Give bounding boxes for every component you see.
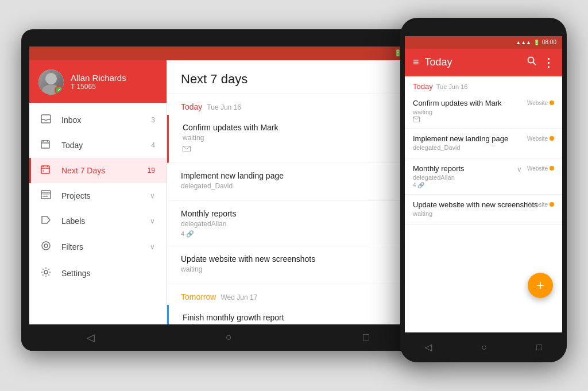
sidebar-header: Allan Richards T 15065 [29, 60, 167, 103]
phone-date: Tue Jun 16 [436, 83, 468, 90]
sidebar-item-inbox-badge: 3 [151, 116, 155, 124]
task-item[interactable]: Monthly reports delegatedAllan 4 🔗 [167, 201, 427, 246]
phone-status-bar: ▲▲▲ 🔋 08:00 [405, 36, 562, 49]
phone-task-item[interactable]: Confirm updates with Mark waiting Websit… [405, 93, 562, 129]
today-label: Today [181, 102, 202, 111]
home-button[interactable]: ○ [226, 331, 232, 343]
phone-section-header: Today Tue Jun 16 [405, 76, 562, 93]
phone-task-badge: Website [527, 136, 554, 142]
sidebar-item-settings-label: Settings [61, 269, 155, 278]
sidebar-item-projects[interactable]: Projects ∨ [29, 183, 167, 208]
badge-label: Website [527, 100, 548, 106]
phone-task-badge: Website [527, 202, 554, 208]
today-date: Tue Jun 16 [207, 103, 241, 111]
task-item[interactable]: Finish monthly growth report 4 🔗 [167, 305, 427, 324]
main-header: Next 7 days [167, 60, 427, 94]
avatar-badge [55, 86, 64, 95]
badge-label: Website [527, 202, 548, 208]
search-icon[interactable] [527, 56, 537, 69]
active-indicator [29, 158, 31, 183]
phone-toolbar-title: Today [425, 56, 521, 68]
orange-dot [550, 202, 554, 207]
labels-chevron-icon: ∨ [150, 217, 155, 225]
phone-task-icons: 4 🔗 [413, 182, 554, 188]
sidebar-item-today-label: Today [61, 141, 151, 150]
labels-icon [41, 215, 53, 227]
tablet-status-bar: 🔋 08:00 [29, 47, 427, 60]
user-id: T 15065 [71, 83, 126, 91]
tablet-bottom-nav: ◁ ○ □ [21, 324, 435, 351]
tomorrow-label: Tomorrow [181, 292, 216, 301]
projects-chevron-icon: ∨ [150, 192, 155, 200]
recent-button[interactable]: □ [536, 342, 542, 353]
svg-rect-5 [41, 141, 49, 148]
svg-point-19 [44, 244, 48, 247]
sidebar-item-today-badge: 4 [151, 141, 155, 149]
svg-rect-2 [41, 115, 51, 123]
sidebar-item-next7days[interactable]: 7 Next 7 Days 19 [29, 158, 167, 183]
phone-task-item[interactable]: Implement new landing page delegated_Dav… [405, 129, 562, 158]
phone-task-meta: delegated_David [413, 144, 554, 151]
inbox-icon [41, 114, 53, 126]
sidebar-item-next7days-label: Next 7 Days [61, 166, 148, 175]
sidebar-item-projects-label: Projects [61, 191, 148, 200]
task-item[interactable]: Implement new landing page delegated_Dav… [167, 163, 427, 201]
phone-task-icons [413, 117, 554, 122]
task-count: 4 🔗 [181, 230, 413, 238]
phone-task-badge: Website [527, 165, 554, 172]
task-title: Update website with new screenshots [181, 254, 413, 264]
more-options-icon[interactable]: ⋮ [543, 56, 554, 69]
hamburger-menu-icon[interactable]: ≡ [413, 56, 419, 68]
task-item[interactable]: Update website with new screenshots wait… [167, 246, 427, 284]
task-meta: waiting [183, 134, 413, 142]
sidebar-nav: Inbox 3 Today 4 [29, 103, 167, 324]
filters-chevron-icon: ∨ [150, 243, 155, 251]
phone-battery-icon: 🔋 [533, 40, 540, 45]
tablet-content: Allan Richards T 15065 Inbox 3 [29, 60, 427, 324]
recent-button[interactable]: □ [363, 331, 369, 343]
sidebar-item-today[interactable]: Today 4 [29, 133, 167, 158]
main-content: Next 7 days Today Tue Jun 16 Confirm upd… [167, 60, 427, 324]
sidebar-item-settings[interactable]: Settings [29, 260, 167, 287]
filters-icon [41, 241, 53, 253]
section-today-header: Today Tue Jun 16 [167, 94, 427, 115]
phone-today-label: Today [413, 82, 433, 91]
fab-button[interactable]: + [528, 273, 553, 298]
sidebar-item-inbox[interactable]: Inbox 3 [29, 107, 167, 133]
task-item[interactable]: Confirm updates with Mark waiting [167, 115, 427, 163]
scene: 🔋 08:00 [21, 18, 567, 374]
svg-point-18 [42, 242, 50, 250]
next7days-icon: 7 [41, 165, 53, 176]
settings-icon [41, 267, 53, 280]
phone-task-badge: Website [527, 100, 554, 106]
badge-label: Website [527, 136, 548, 142]
task-title: Confirm updates with Mark [183, 123, 413, 132]
phone-task-item[interactable]: Monthly reports delegatedAllan 4 🔗 Websi… [405, 158, 562, 195]
svg-point-22 [528, 57, 534, 63]
phone-task-item[interactable]: Update website with new screenshots wait… [405, 195, 562, 224]
tablet-screen: 🔋 08:00 [29, 47, 427, 324]
user-name: Allan Richards [71, 73, 126, 83]
signal-icon: ▲▲▲ [516, 40, 531, 45]
phone-time: 08:00 [542, 39, 556, 45]
phone-screen: ▲▲▲ 🔋 08:00 ≡ Today ⋮ Today Tue Jun 16 [405, 36, 562, 332]
phone-bottom-nav: ◁ ○ □ [400, 332, 567, 362]
main-title: Next 7 days [181, 72, 413, 87]
sidebar-item-filters[interactable]: Filters ∨ [29, 234, 167, 260]
sidebar-item-next7days-badge: 19 [148, 167, 155, 175]
sidebar-item-labels[interactable]: Labels ∨ [29, 208, 167, 234]
phone-device: ▲▲▲ 🔋 08:00 ≡ Today ⋮ Today Tue Jun 16 [400, 18, 567, 362]
home-button[interactable]: ○ [481, 342, 487, 353]
sidebar-item-labels-label: Labels [61, 216, 148, 226]
today-icon [41, 140, 53, 151]
back-button[interactable]: ◁ [425, 342, 432, 353]
sidebar: Allan Richards T 15065 Inbox 3 [29, 60, 167, 324]
task-title: Finish monthly growth report [183, 313, 413, 322]
sidebar-item-filters-label: Filters [61, 242, 148, 251]
task-meta: delegated_David [181, 182, 413, 190]
task-meta: waiting [181, 265, 413, 273]
back-button[interactable]: ◁ [87, 331, 95, 344]
chevron-down-icon: ∨ [517, 165, 522, 173]
tomorrow-date: Wed Jun 17 [220, 293, 257, 301]
section-tomorrow-header: Tomorrow Wed Jun 17 [167, 284, 427, 305]
